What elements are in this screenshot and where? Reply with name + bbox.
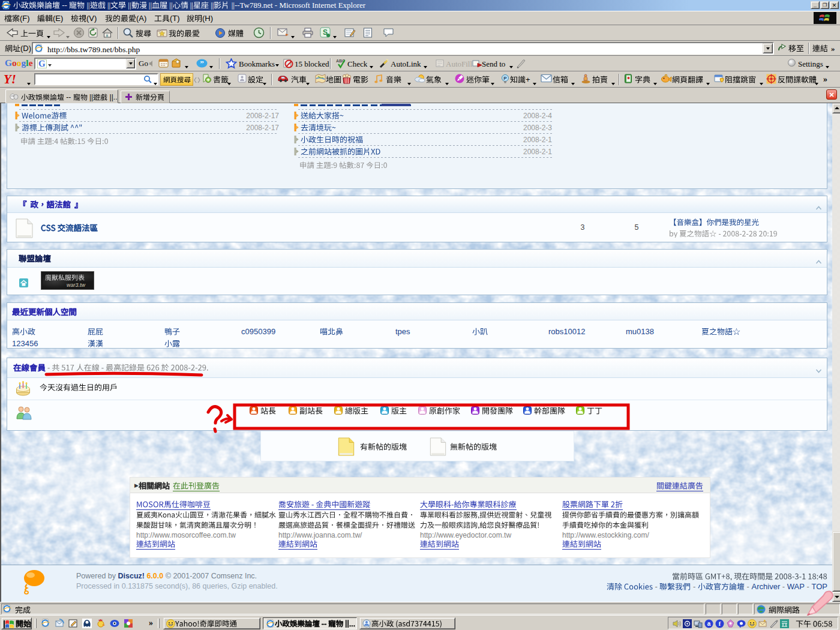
svg-text:”: ” [200, 59, 204, 68]
svg-text:a: a [707, 620, 711, 627]
svg-text:P: P [503, 76, 507, 81]
